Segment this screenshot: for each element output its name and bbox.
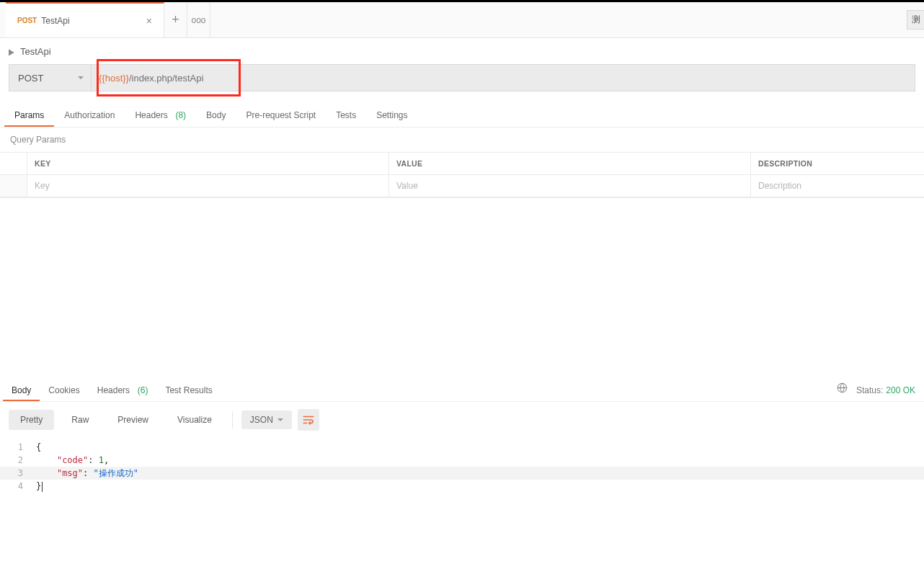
plus-icon: + [172,12,179,27]
right-panel-button[interactable]: 测 [907,10,924,30]
tab-params[interactable]: Params [4,103,54,127]
format-value: JSON [250,415,273,425]
chevron-right-icon[interactable]: ▶ [9,46,14,55]
new-tab-button[interactable]: + [164,2,187,37]
http-method-value: POST [18,73,43,84]
code-line: } [36,480,924,493]
resp-headers-label: Headers [97,385,130,395]
tab-settings[interactable]: Settings [366,103,417,127]
line-number: 1 [0,441,36,454]
resp-tab-body[interactable]: Body [3,378,40,401]
globe-icon[interactable] [837,382,848,401]
tabs-row: POST TestApi × + ooo 测 [0,2,924,38]
resp-tab-headers[interactable]: Headers (6) [89,378,157,401]
response-toolbar: Pretty Raw Preview Visualize JSON [0,402,924,438]
text-cursor [42,482,43,492]
url-variable: {{host}} [99,73,129,84]
status-value: 200 OK [886,385,915,401]
tab-authorization[interactable]: Authorization [54,103,125,127]
status-label: Status: [856,385,883,401]
resp-tab-cookies[interactable]: Cookies [40,378,88,401]
wrap-lines-icon[interactable] [298,409,319,431]
request-bar: POST {{host}}/index.php/testApi [9,64,915,91]
response-tabs: Body Cookies Headers (6) Test Results St… [0,377,924,402]
param-key-input[interactable] [35,181,381,191]
breadcrumb: ▶ TestApi [0,38,924,64]
resp-headers-count: (6) [138,385,148,395]
param-value-input[interactable] [396,181,743,191]
param-desc-input[interactable] [758,181,917,191]
col-description: DESCRIPTION [751,153,924,175]
line-number: 4 [0,480,36,493]
line-number: 3 [0,467,36,480]
request-url-input[interactable]: {{host}}/index.php/testApi [92,64,915,91]
code-line: "code": 1, [36,454,924,467]
params-row[interactable] [0,175,924,197]
more-tabs-button[interactable]: ooo [187,2,210,37]
params-header-row: KEY VALUE DESCRIPTION [0,153,924,175]
tab-body[interactable]: Body [196,103,236,127]
raw-button[interactable]: Raw [60,410,100,430]
preview-button[interactable]: Preview [106,410,160,430]
http-method-select[interactable]: POST [9,64,92,91]
tab-tests[interactable]: Tests [326,103,366,127]
query-params-heading: Query Params [0,127,924,152]
code-line: { [36,441,924,454]
code-line: "msg": "操作成功" [36,467,924,480]
col-value: VALUE [389,153,751,175]
line-number: 2 [0,454,36,467]
tab-method-badge: POST [17,17,37,24]
col-key: KEY [27,153,389,175]
visualize-button[interactable]: Visualize [166,410,223,430]
params-table: KEY VALUE DESCRIPTION [0,152,924,198]
response-body-editor[interactable]: 1{ 2 "code": 1, 3 "msg": "操作成功" 4} [0,438,924,495]
close-icon[interactable]: × [143,12,155,30]
tab-prerequest[interactable]: Pre-request Script [236,103,326,127]
ellipsis-icon: ooo [191,15,205,25]
tab-headers-label: Headers [135,110,167,120]
pretty-button[interactable]: Pretty [9,410,54,430]
request-tab[interactable]: POST TestApi × [6,2,164,37]
tab-title: TestApi [41,16,143,26]
tab-headers[interactable]: Headers (8) [125,103,196,127]
format-select[interactable]: JSON [241,410,292,429]
resp-tab-test-results[interactable]: Test Results [156,378,221,401]
breadcrumb-title[interactable]: TestApi [20,46,51,57]
headers-count: (8) [175,110,186,120]
request-subtabs: Params Authorization Headers (8) Body Pr… [0,103,924,127]
url-path: /index.php/testApi [129,73,203,84]
